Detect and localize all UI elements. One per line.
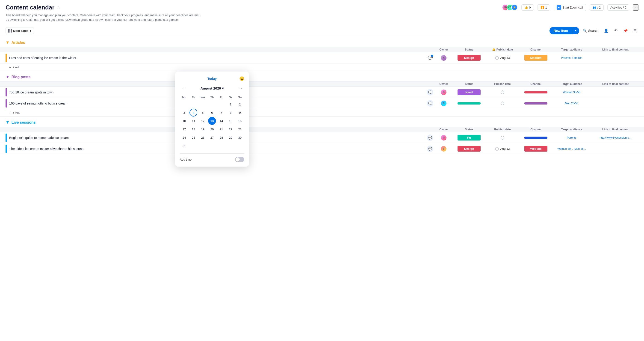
target-link[interactable]: Men 25... [574,147,586,150]
calendar-day[interactable]: 2 [236,100,244,108]
comment-notification-button[interactable]: 💬 1 [427,55,433,61]
calendar-day[interactable]: 24 [180,134,188,141]
calendar-day[interactable]: 12 [199,117,207,125]
calendar-day[interactable]: 17 [180,125,188,133]
add-time-toggle[interactable] [235,157,244,162]
row-publish-date[interactable] [484,136,521,140]
channel-badge[interactable]: Medium [524,55,548,61]
status-badge[interactable]: Design [458,55,480,61]
row-publish-date[interactable] [484,102,521,105]
calendar-day[interactable]: 14 [217,117,225,125]
row-channel[interactable] [521,91,551,93]
channel-badge[interactable] [524,91,548,93]
comment-button[interactable]: 💬 [427,100,433,107]
calendar-day[interactable]: 8 [227,109,235,117]
row-color-bar [6,99,7,108]
filter-icon-button[interactable]: ☰ [632,28,638,34]
calendar-day[interactable]: 3 [180,109,188,117]
link-text[interactable]: http://www.livesession.c... [600,136,631,139]
comment-button[interactable]: 💬 [427,89,433,96]
add-blog-row[interactable]: + + Add [0,109,644,117]
comment-button[interactable]: 💬 [427,146,433,152]
zoom-call-button[interactable]: Start Zoom call [554,4,586,11]
calendar-day[interactable]: 16 [236,117,244,125]
calendar-day[interactable]: 31 [180,142,188,150]
row-channel[interactable] [521,102,551,105]
calendar-day[interactable]: 25 [190,134,197,141]
status-badge[interactable] [458,102,480,105]
status-badge[interactable]: Design [458,146,480,152]
calendar-day[interactable]: 19 [199,125,207,133]
comment-button[interactable]: 💬 [427,135,433,141]
calendar-day[interactable]: 21 [217,125,225,133]
new-item-button[interactable]: New Item ▾ [550,27,579,34]
target-link[interactable]: Parents [561,56,570,60]
toggle-knob [236,157,240,162]
person-icon-button[interactable]: 👤 [602,28,610,34]
new-item-dropdown-icon[interactable]: ▾ [572,27,579,34]
calendar-day[interactable]: 4 [190,109,197,117]
calendar-day[interactable]: 18 [190,125,197,133]
calendar-day[interactable]: 13 [208,117,216,125]
star-icon[interactable]: ☆ [57,5,60,10]
target-link[interactable]: Women 30-50 [563,91,580,94]
status-badge[interactable]: Need [458,89,480,95]
people-button[interactable]: 👥 / 2 [590,5,604,11]
col-channel: Channel [521,128,551,131]
target-link[interactable]: Women 30... [557,147,573,150]
row-publish-date[interactable]: Aug 13 [484,56,521,60]
calendar-day[interactable]: 7 [217,109,225,117]
calendar-day[interactable]: 5 [199,109,207,117]
row-publish-date[interactable]: Aug 12 [484,147,521,151]
calendar-day[interactable]: 22 [227,125,235,133]
calendar-month-label[interactable]: August 2020 ▾ [200,86,224,90]
row-channel[interactable] [521,137,551,139]
target-link[interactable]: Families [572,56,582,60]
status-badge[interactable]: Pu [458,135,480,141]
more-options-button[interactable]: ··· [633,5,638,11]
row-publish-date[interactable] [484,90,521,94]
owner-avatar: E [440,146,447,152]
calendar-day[interactable]: 26 [199,134,207,141]
row-channel[interactable]: Website [521,146,551,152]
calendar-today-button[interactable]: Today [201,77,223,81]
target-link[interactable]: Men 25-50 [565,102,578,105]
search-icon: 🔍 [583,29,587,33]
calendar-emoji-button[interactable]: 😊 [239,76,244,81]
add-articles-row[interactable]: + + Add [0,64,644,71]
updates-button[interactable]: ⏫ 1 [538,5,550,11]
calendar-day[interactable]: 27 [208,134,216,141]
calendar-day[interactable]: 1 [227,100,235,108]
pin-icon-button[interactable]: 📌 [622,28,630,34]
calendar-day[interactable]: 10 [180,117,188,125]
reactions-button[interactable]: 👍 0 [522,5,534,11]
calendar-day[interactable]: 23 [236,125,244,133]
row-status[interactable]: Design [454,55,484,61]
table-switcher[interactable]: Main Table ▾ [6,27,34,34]
calendar-prev-button[interactable]: ← [180,85,188,92]
calendar-day[interactable]: 11 [190,117,197,125]
eye-icon-button[interactable]: 👁 [612,28,620,34]
calendar-day[interactable]: 20 [208,125,216,133]
row-status[interactable]: Need [454,89,484,95]
calendar-day[interactable]: 30 [236,134,244,141]
channel-badge[interactable] [524,102,548,105]
row-owner: C [433,100,454,107]
calendar-next-button[interactable]: → [236,85,244,92]
calendar-day[interactable]: 6 [208,109,216,117]
channel-badge[interactable] [524,137,548,139]
calendar-nav: ← August 2020 ▾ → [180,85,244,92]
calendar-day[interactable]: 15 [227,117,235,125]
calendar-day[interactable]: 9 [236,109,244,117]
search-button[interactable]: 🔍 Search [581,28,600,34]
target-link[interactable]: Parents [567,136,576,139]
row-channel[interactable]: Medium [521,55,551,61]
row-status[interactable] [454,102,484,105]
row-status[interactable]: Design [454,146,484,152]
channel-badge[interactable]: Website [524,146,548,152]
calendar-day[interactable]: 29 [227,134,235,141]
activities-button[interactable]: Activities / 0 [607,5,629,11]
calendar-day[interactable]: 28 [217,134,225,141]
row-owner: D [433,135,454,141]
row-status[interactable]: Pu [454,135,484,141]
